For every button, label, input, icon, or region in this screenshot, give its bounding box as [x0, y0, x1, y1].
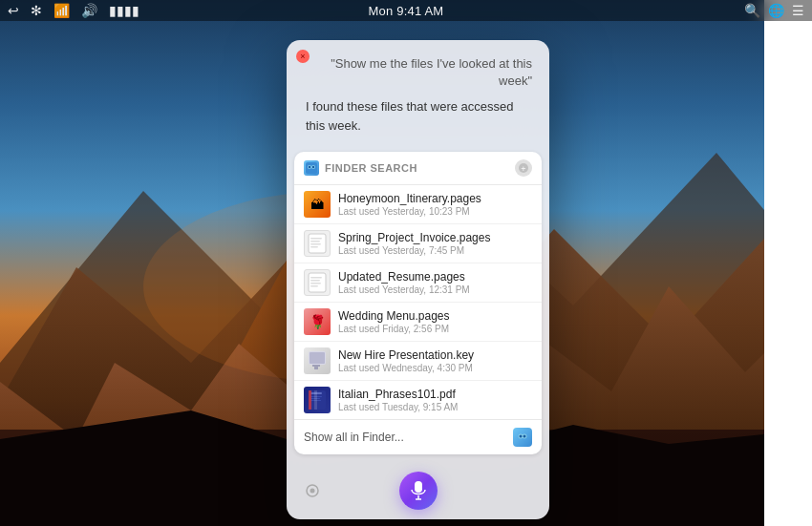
file-date: Last used Yesterday, 12:31 PM — [338, 284, 532, 295]
svg-text:+: + — [521, 164, 525, 174]
svg-rect-29 — [312, 365, 320, 367]
file-thumbnail — [304, 347, 331, 374]
file-info: Italian_Phrases101.pdf Last used Tuesday… — [338, 388, 532, 412]
file-info: Wedding Menu.pages Last used Friday, 2:5… — [338, 309, 532, 334]
menubar-left-icons: ↩ ✻ 📶 🔊 ▮▮▮▮ — [8, 3, 139, 18]
svg-point-14 — [312, 166, 314, 168]
search-menubar-icon[interactable]: 🔍 — [744, 3, 760, 18]
back-icon: ↩ — [8, 3, 19, 18]
volume-icon: 🔊 — [81, 3, 97, 18]
bluetooth-icon: ✻ — [31, 3, 42, 18]
menubar-right-icons: 🔍 🌐 ☰ — [744, 3, 804, 18]
file-name: Wedding Menu.pages — [338, 309, 532, 323]
svg-point-13 — [309, 166, 310, 168]
finder-icon-small — [513, 428, 532, 447]
file-date: Last used Friday, 2:56 PM — [338, 324, 532, 334]
menubar: ↩ ✻ 📶 🔊 ▮▮▮▮ Mon 9:41 AM 🔍 🌐 ☰ — [0, 0, 812, 21]
file-list: Honeymoon_Itinerary.pages Last used Yest… — [294, 185, 542, 419]
file-info: Honeymoon_Itinerary.pages Last used Yest… — [338, 192, 532, 217]
svg-rect-28 — [310, 352, 325, 364]
svg-rect-24 — [310, 280, 320, 282]
svg-rect-26 — [310, 285, 318, 287]
finder-logo-icon — [304, 160, 319, 176]
menubar-clock: Mon 9:41 AM — [369, 4, 444, 18]
file-item[interactable]: Honeymoon_Itinerary.pages Last used Yest… — [294, 185, 542, 224]
file-name: New Hire Presentation.key — [338, 348, 532, 362]
battery-icon: ▮▮▮▮ — [109, 3, 139, 18]
svg-rect-25 — [310, 283, 321, 284]
finder-card-title: FINDER SEARCH — [304, 160, 417, 176]
finder-card-header: FINDER SEARCH + — [294, 152, 542, 185]
close-button[interactable]: × — [296, 50, 310, 63]
siri-menubar-icon[interactable]: 🌐 — [768, 3, 784, 18]
file-info: Spring_Project_Invoice.pages Last used Y… — [338, 231, 532, 256]
notification-icon[interactable]: ☰ — [792, 3, 804, 18]
show-all-in-finder[interactable]: Show all in Finder... — [294, 419, 542, 454]
svg-point-43 — [310, 489, 315, 494]
file-item[interactable]: New Hire Presentation.key Last used Wedn… — [294, 342, 542, 381]
file-date: Last used Tuesday, 9:15 AM — [338, 402, 532, 412]
siri-footer — [287, 462, 549, 519]
file-thumbnail — [304, 387, 331, 413]
show-all-label: Show all in Finder... — [304, 431, 404, 444]
svg-rect-18 — [310, 238, 322, 240]
svg-rect-21 — [310, 246, 318, 248]
right-edge-panel — [764, 0, 812, 526]
siri-response-text: I found these files that were accessed t… — [302, 97, 534, 142]
finder-search-card: FINDER SEARCH + Honeymoon_Itinerary.page… — [294, 152, 542, 454]
svg-rect-23 — [310, 277, 322, 279]
file-name: Spring_Project_Invoice.pages — [338, 231, 532, 244]
svg-point-41 — [524, 435, 526, 438]
file-thumbnail — [304, 308, 331, 335]
file-date: Last used Yesterday, 10:23 PM — [338, 206, 532, 217]
file-item[interactable]: Updated_Resume.pages Last used Yesterday… — [294, 263, 542, 303]
file-item[interactable]: Wedding Menu.pages Last used Friday, 2:5… — [294, 303, 542, 342]
file-thumbnail — [304, 230, 331, 257]
siri-header: × "Show me the files I've looked at this… — [287, 40, 549, 152]
svg-rect-10 — [306, 162, 317, 174]
file-date: Last used Yesterday, 7:45 PM — [338, 245, 532, 256]
siri-microphone-button[interactable] — [399, 472, 438, 510]
file-item[interactable]: Spring_Project_Invoice.pages Last used Y… — [294, 224, 542, 263]
file-name: Updated_Resume.pages — [338, 270, 532, 284]
file-item[interactable]: Italian_Phrases101.pdf Last used Tuesday… — [294, 381, 542, 419]
svg-rect-37 — [314, 390, 317, 410]
file-thumbnail — [304, 269, 331, 296]
svg-rect-44 — [415, 481, 422, 493]
finder-expand-button[interactable]: + — [515, 159, 532, 177]
siri-query-text: "Show me the files I've looked at this w… — [302, 55, 534, 90]
svg-rect-20 — [310, 243, 321, 245]
file-name: Italian_Phrases101.pdf — [338, 388, 532, 401]
siri-settings-button[interactable] — [302, 480, 323, 501]
file-thumbnail — [304, 191, 331, 218]
file-name: Honeymoon_Itinerary.pages — [338, 192, 532, 205]
svg-rect-19 — [310, 241, 320, 242]
file-info: New Hire Presentation.key Last used Wedn… — [338, 348, 532, 373]
file-info: Updated_Resume.pages Last used Yesterday… — [338, 270, 532, 295]
wifi-icon: 📶 — [53, 3, 70, 18]
svg-rect-36 — [309, 390, 311, 410]
svg-rect-30 — [314, 367, 318, 369]
file-date: Last used Wednesday, 4:30 PM — [338, 363, 532, 373]
siri-window: × "Show me the files I've looked at this… — [287, 40, 549, 519]
svg-point-40 — [520, 435, 523, 438]
